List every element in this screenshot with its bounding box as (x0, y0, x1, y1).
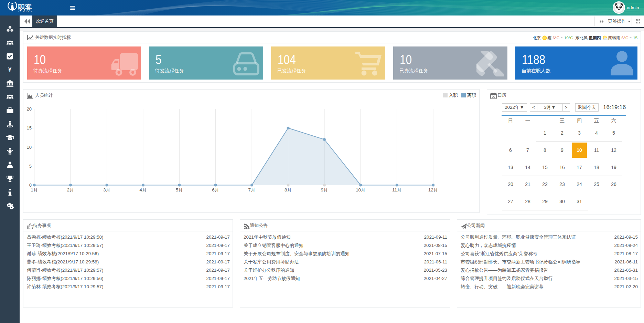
svg-text:5月: 5月 (176, 187, 183, 192)
svg-text:3月: 3月 (103, 187, 110, 192)
svg-text:7月: 7月 (248, 187, 256, 192)
svg-text:职客: 职客 (18, 3, 32, 11)
svg-text:8月: 8月 (285, 187, 292, 192)
svg-text:15: 15 (27, 125, 32, 131)
svg-text:2月: 2月 (67, 187, 74, 192)
svg-text:4月: 4月 (139, 187, 147, 192)
svg-text:9月: 9月 (321, 187, 328, 192)
svg-text:11月: 11月 (392, 187, 402, 192)
svg-text:6月: 6月 (212, 187, 219, 192)
svg-text:10: 10 (27, 145, 32, 150)
svg-text:5: 5 (29, 164, 32, 169)
svg-text:0: 0 (29, 183, 32, 188)
svg-text:IZHIKE: IZHIKE (18, 10, 34, 12)
svg-text:1月: 1月 (31, 187, 38, 192)
svg-text:12月: 12月 (428, 187, 438, 192)
svg-text:10月: 10月 (356, 187, 366, 192)
svg-text:20: 20 (27, 106, 32, 112)
